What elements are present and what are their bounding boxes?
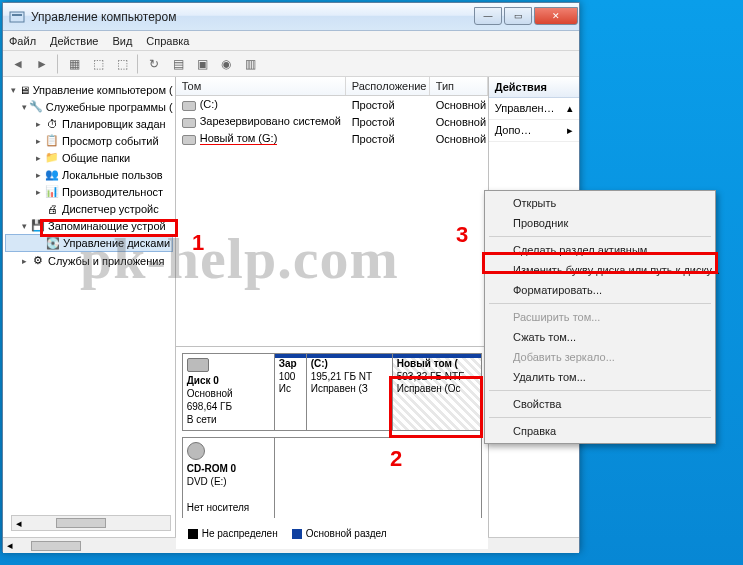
col-volume[interactable]: Том [176, 77, 346, 95]
tree-system-tools[interactable]: ▾🔧Служебные программы ( [5, 98, 173, 115]
annotation-number-3: 3 [456, 222, 468, 248]
annotation-box-2 [389, 376, 483, 438]
ctx-properties[interactable]: Свойства [487, 394, 713, 414]
menu-view[interactable]: Вид [112, 35, 132, 47]
window-title: Управление компьютером [31, 10, 473, 24]
tree-root[interactable]: ▾🖥Управление компьютером ( [5, 81, 173, 98]
volume-icon [182, 118, 196, 128]
volume-icon [182, 101, 196, 111]
context-menu: Открыть Проводник Сделать раздел активны… [484, 190, 716, 444]
ctx-open[interactable]: Открыть [487, 193, 713, 213]
tree-local-users[interactable]: ▸👥Локальные пользов [5, 166, 173, 183]
volume-list[interactable]: (C:) Простой Основной Зарезервировано си… [176, 96, 488, 346]
ctx-add-mirror: Добавить зеркало... [487, 347, 713, 367]
tree-shared-folders[interactable]: ▸📁Общие папки [5, 149, 173, 166]
ctx-divider [489, 417, 711, 418]
svg-rect-1 [12, 14, 22, 16]
menu-help[interactable]: Справка [146, 35, 189, 47]
disk-icon [187, 358, 209, 372]
partition[interactable]: Зар 100 Ис [275, 354, 307, 430]
actions-item[interactable]: Допо…▸ [489, 120, 579, 142]
col-layout[interactable]: Расположение [346, 77, 430, 95]
menu-file[interactable]: Файл [9, 35, 36, 47]
refresh-icon[interactable]: ↻ [143, 54, 165, 74]
ctx-divider [489, 390, 711, 391]
ctx-extend: Расширить том... [487, 307, 713, 327]
toolbar-icon-2[interactable]: ⬚ [87, 54, 109, 74]
tree-event-viewer[interactable]: ▸📋Просмотр событий [5, 132, 173, 149]
nav-tree[interactable]: ▾🖥Управление компьютером ( ▾🔧Служебные п… [3, 77, 176, 537]
toolbar-icon-3[interactable]: ⬚ [111, 54, 133, 74]
minimize-button[interactable]: — [474, 7, 502, 25]
legend-swatch-primary [292, 529, 302, 539]
annotation-number-2: 2 [390, 446, 402, 472]
main-panel: Том Расположение Тип (C:) Простой Основн… [176, 77, 488, 537]
legend-swatch-unallocated [188, 529, 198, 539]
legend: Не распределен Основной раздел [182, 524, 482, 543]
cdrom-icon [187, 442, 205, 460]
ctx-shrink[interactable]: Сжать том... [487, 327, 713, 347]
volume-list-header: Том Расположение Тип [176, 77, 488, 96]
close-button[interactable]: ✕ [534, 7, 578, 25]
cdrom-info: CD-ROM 0 DVD (E:) Нет носителя [183, 438, 275, 518]
collapse-icon: ▴ [567, 102, 573, 115]
partition[interactable]: (C:) 195,21 ГБ NT Исправен (З [307, 354, 393, 430]
maximize-button[interactable]: ▭ [504, 7, 532, 25]
toolbar: ◄ ► ▦ ⬚ ⬚ ↻ ▤ ▣ ◉ ▥ [3, 51, 579, 77]
tree-scrollbar[interactable]: ◂ [11, 515, 171, 531]
ctx-delete-volume[interactable]: Удалить том... [487, 367, 713, 387]
volume-row[interactable]: Зарезервировано системой Простой Основно… [176, 113, 488, 130]
ctx-format[interactable]: Форматировать... [487, 280, 713, 300]
toolbar-icon-6[interactable]: ◉ [215, 54, 237, 74]
annotation-box-3 [482, 252, 718, 274]
tree-task-scheduler[interactable]: ▸⏱Планировщик задан [5, 115, 173, 132]
volume-row[interactable]: (C:) Простой Основной [176, 96, 488, 113]
nav-fwd-button[interactable]: ► [31, 54, 53, 74]
toolbar-icon-1[interactable]: ▦ [63, 54, 85, 74]
svg-rect-0 [10, 12, 24, 22]
col-type[interactable]: Тип [430, 77, 488, 95]
ctx-help[interactable]: Справка [487, 421, 713, 441]
tree-performance[interactable]: ▸📊Производительност [5, 183, 173, 200]
titlebar: Управление компьютером — ▭ ✕ [3, 3, 579, 31]
volume-row[interactable]: Новый том (G:) Простой Основной [176, 130, 488, 147]
volume-icon [182, 135, 196, 145]
nav-back-button[interactable]: ◄ [7, 54, 29, 74]
actions-item[interactable]: Управлен…▴ [489, 98, 579, 120]
toolbar-icon-7[interactable]: ▥ [239, 54, 261, 74]
app-icon [9, 9, 25, 25]
menu-action[interactable]: Действие [50, 35, 98, 47]
annotation-box-1 [40, 219, 178, 237]
annotation-number-1: 1 [192, 230, 204, 256]
cdrom-row[interactable]: CD-ROM 0 DVD (E:) Нет носителя [182, 437, 482, 518]
toolbar-icon-4[interactable]: ▤ [167, 54, 189, 74]
toolbar-separator [57, 54, 59, 74]
toolbar-icon-5[interactable]: ▣ [191, 54, 213, 74]
menubar: Файл Действие Вид Справка [3, 31, 579, 51]
toolbar-separator [137, 54, 139, 74]
actions-header: Действия [489, 77, 579, 98]
ctx-divider [489, 236, 711, 237]
expand-icon: ▸ [567, 124, 573, 137]
ctx-divider [489, 303, 711, 304]
ctx-explorer[interactable]: Проводник [487, 213, 713, 233]
tree-services[interactable]: ▸⚙Службы и приложения [5, 252, 173, 269]
tree-device-manager[interactable]: 🖨Диспетчер устройс [5, 200, 173, 217]
disk-info: Диск 0 Основной 698,64 ГБ В сети [183, 354, 275, 430]
